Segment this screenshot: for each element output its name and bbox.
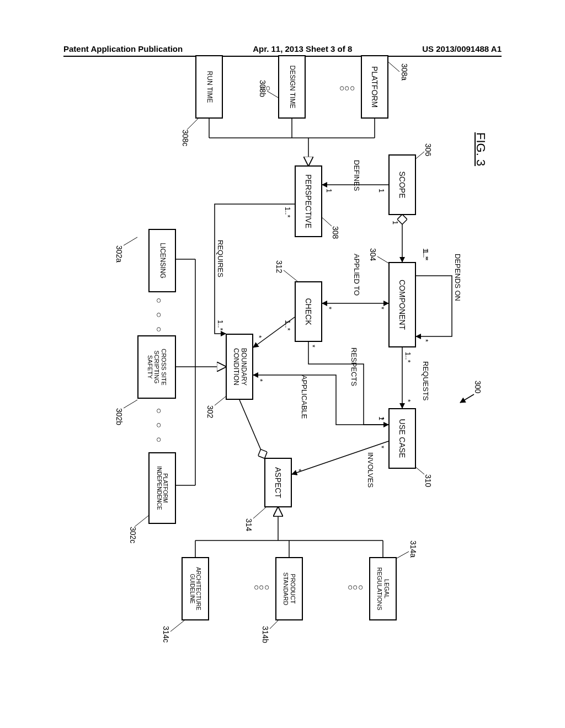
mult-one-plus: 1..* <box>404 352 412 363</box>
ellipsis-dots-v: ○○○ <box>339 85 355 91</box>
svg-line-7 <box>239 400 264 458</box>
box-architecture-guideline: ARCHITECTURE GUIDELINE <box>182 557 209 620</box>
mult-star: * <box>404 399 412 402</box>
diagram-rotated: FIG. 3 300 <box>0 88 502 526</box>
ellipsis-dots: ○ ○ ○ <box>154 408 164 446</box>
mult-star: * <box>325 307 333 309</box>
mult-one: 1 <box>391 221 399 224</box>
ref-scope: 306 <box>424 143 433 156</box>
rel-depends-on: DEPENDS ON <box>454 254 462 301</box>
mult-star: * <box>256 379 264 382</box>
mult-star: * <box>377 307 386 309</box>
mult-one: 1 <box>377 189 386 192</box>
rel-requests: REQUESTS <box>422 361 430 401</box>
ellipsis-dots-v: ○○○ <box>254 585 270 590</box>
svg-line-38 <box>170 620 184 631</box>
ref-cross-site: 302b <box>115 408 124 425</box>
box-component: COMPONENT <box>388 262 416 347</box>
ellipsis-dots: ○ ○ ○ <box>154 298 164 335</box>
box-run-time: RUN TIME <box>195 55 223 119</box>
svg-line-33 <box>124 237 137 245</box>
box-platform: PLATFORM <box>361 55 388 119</box>
svg-line-29 <box>253 506 267 518</box>
ref-licensing: 302a <box>115 245 124 263</box>
svg-line-34 <box>124 400 137 408</box>
rel-defines: DEFINES <box>353 160 361 191</box>
rel-involves: INVOLVES <box>366 452 375 488</box>
svg-line-32 <box>187 119 198 130</box>
header-center: Apr. 11, 2013 Sheet 3 of 8 <box>253 44 352 53</box>
mult-star: * <box>255 335 263 338</box>
mult-star: * <box>377 417 386 420</box>
box-product-standard: PRODUCT STANDARD <box>275 557 303 620</box>
ref-legal-regulations: 314a <box>409 540 418 558</box>
ellipsis-dots-v: ○○○ <box>348 585 364 590</box>
diagram-canvas: FIG. 3 300 <box>63 88 502 640</box>
ref-product-standard: 314b <box>261 626 270 643</box>
ref-architecture-guideline: 314c <box>162 626 170 643</box>
box-check: CHECK <box>295 281 322 342</box>
box-platform-independence: PLATFORM INDEPENDENCE <box>148 452 176 524</box>
rel-applicable: APPLICABLE <box>300 375 308 419</box>
box-cross-site-scripting-safety: CROSS SITE SCRIPTING SAFETY <box>137 335 176 399</box>
box-design-time: DESIGN TIME <box>278 55 306 119</box>
mult-star: * <box>295 469 303 472</box>
box-boundary-condition: BOUNDARY CONDITION <box>226 334 253 400</box>
mult-star: * <box>422 339 430 342</box>
box-perspective: PERSPECTIVE <box>295 165 322 237</box>
ref-check: 312 <box>275 260 284 273</box>
ref-design-time: 308b <box>258 80 267 97</box>
header-left: Patent Application Publication <box>63 44 183 53</box>
mult-one-plus: 1..* <box>422 250 430 261</box>
rel-applied-to: APPLIED TO <box>353 254 361 296</box>
mult-star: * <box>377 446 386 448</box>
box-use-case: USE CASE <box>388 408 416 469</box>
mult-one-plus: 1..* <box>216 320 225 331</box>
svg-line-26 <box>321 216 332 226</box>
header-right: US 2013/0091488 A1 <box>422 44 502 53</box>
svg-line-27 <box>284 270 297 281</box>
mult-one-plus: 1..* <box>284 207 292 218</box>
svg-line-0 <box>460 394 474 403</box>
mult-one: 1 <box>325 189 333 192</box>
ref-aspect: 314 <box>244 518 253 531</box>
ref-perspective: 308 <box>331 226 340 239</box>
ref-boundary-condition: 302 <box>206 405 215 418</box>
rel-requires: REQUIRES <box>216 240 225 277</box>
ref-component: 304 <box>369 248 377 261</box>
mult-one-plus: 1..* <box>284 320 292 331</box>
box-legal-regulations: LEGAL REGULATIONS <box>369 557 397 620</box>
ref-run-time: 308c <box>181 130 190 146</box>
ref-platform-independence: 302c <box>129 527 137 543</box>
ref-platform: 308a <box>400 63 409 81</box>
box-aspect: ASPECT <box>264 458 292 507</box>
mult-star: * <box>308 345 317 347</box>
svg-line-35 <box>135 516 148 527</box>
box-scope: SCOPE <box>388 154 416 215</box>
rel-respects: RESPECTS <box>350 347 358 386</box>
box-licensing: LICENSING <box>148 229 176 292</box>
svg-line-30 <box>387 61 399 72</box>
ref-use-case: 310 <box>424 474 433 487</box>
